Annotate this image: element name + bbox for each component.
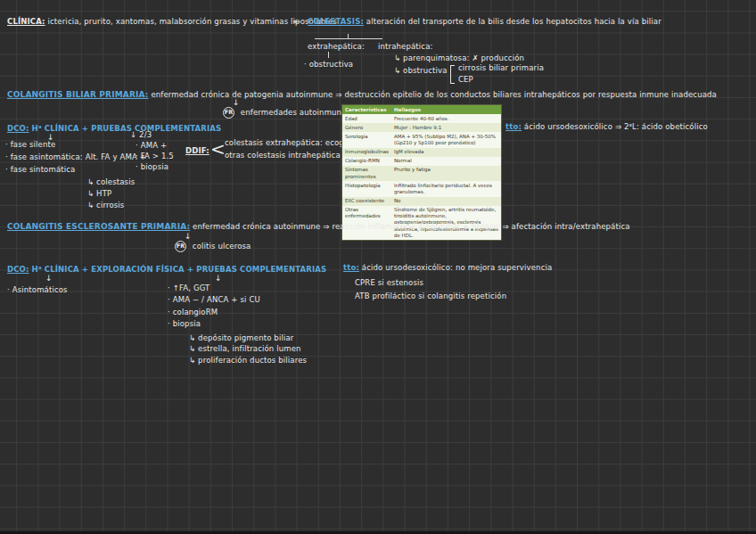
cbp-comparison-table: Características Hallazgos EdadFrecuente … bbox=[342, 105, 501, 240]
table-cell: No bbox=[391, 197, 501, 206]
intrahepatica-sub1: ↳ parenquimatosa: ✗ producción bbox=[394, 53, 524, 62]
cbp-dco-line: DCO: Hᵃ CLÍNICA + PRUEBAS COMPLEMENTARIA… bbox=[7, 124, 221, 133]
cbp-ddif-1: colestasis extrahepática: ecografía bbox=[225, 138, 362, 147]
cbp-dco-text: Hᵃ CLÍNICA + PRUEBAS COMPLEMENTARIAS bbox=[31, 124, 221, 133]
cep-prueba-4: · biopsia bbox=[168, 319, 201, 328]
cbp-fr-line: FR enfermedades autoinmunes bbox=[223, 107, 350, 119]
table-header-hallazgos: Hallazgos bbox=[391, 105, 501, 114]
cbp-tto-line: tto: ácido ursodesoxicólico ⇒ 2ᵃL: ácido… bbox=[505, 122, 708, 131]
table-cell: Colangio-RMN bbox=[342, 157, 391, 166]
left-arrow-icon: ← bbox=[293, 17, 300, 27]
fr-circle-icon: FR bbox=[175, 241, 186, 252]
cbp-criteria-3: · biopsia bbox=[136, 162, 168, 171]
table-row: InmunoglobulinasIgM elevada bbox=[342, 148, 501, 157]
cep-dco-line: DCO: Hᵃ CLÍNICA + EXPLORACIÓN FÍSICA + P… bbox=[7, 265, 326, 274]
table-cell: Inmunoglobulinas bbox=[342, 148, 391, 157]
intrahepatica-label: intrahepática: bbox=[378, 42, 433, 51]
colestasis-label: COLESTASIS: bbox=[308, 17, 364, 26]
cbp-criteria-header: ↓ 2/3 bbox=[130, 130, 152, 139]
cep-biopsia-sub-1: ↳ depósito pigmento biliar bbox=[189, 333, 293, 342]
table-row: GéneroMujer : Hombre 9:1 bbox=[342, 123, 501, 132]
connector-line bbox=[328, 52, 329, 58]
table-row: Síntomas prominentesPrurito y fatiga bbox=[342, 166, 501, 181]
table-cell: Mujer : Hombre 9:1 bbox=[391, 123, 501, 132]
table-cell: Serología bbox=[342, 132, 391, 147]
cep-title-line: COLANGITIS ESCLEROSANTE PRIMARIA: enferm… bbox=[7, 222, 630, 232]
intrahepatica-option2: CEP bbox=[458, 75, 473, 84]
cep-fr-text: colitis ulcerosa bbox=[193, 242, 251, 251]
cep-fr-line: FR colitis ulcerosa bbox=[175, 241, 251, 252]
cep-prueba-3: · colangioRM bbox=[168, 308, 218, 316]
table-cell: Prurito y fatiga bbox=[391, 166, 501, 181]
cep-dco-text: Hᵃ CLÍNICA + EXPLORACIÓN FÍSICA + PRUEBA… bbox=[31, 265, 326, 274]
fr-circle-icon: FR bbox=[223, 107, 234, 119]
cep-tto-label: tto: bbox=[343, 263, 359, 272]
connector-line bbox=[315, 38, 382, 39]
cep-title: COLANGITIS ESCLEROSANTE PRIMARIA: bbox=[7, 222, 190, 231]
table-cell: Síntomas prominentes bbox=[342, 166, 391, 181]
cbp-tto-text: ácido ursodesoxicólico ⇒ 2ᵃL: ácido obet… bbox=[524, 122, 708, 131]
cbp-fase-sub-3: ↳ cirrosis bbox=[87, 201, 124, 209]
cbp-criteria-2: · FA > 1.5 bbox=[136, 152, 174, 160]
extrahepatica-sub: · obstructiva bbox=[304, 60, 353, 69]
table-row: EdadFrecuente 40-60 años. bbox=[342, 114, 501, 123]
clinica-label: CLÍNICA: bbox=[7, 17, 45, 26]
cbp-ddif-2: otras colestasis intrahepática bbox=[225, 151, 341, 160]
table-row: SerologíaAMA + 95% (Subtipo M2), ANA + 3… bbox=[342, 132, 501, 147]
bracket-shape bbox=[450, 65, 455, 84]
clinica-line: CLÍNICA: ictericia, prurito, xantomas, m… bbox=[7, 17, 337, 26]
connector-line bbox=[348, 34, 349, 39]
cbp-fase-sub-2: ↳ HTP bbox=[87, 189, 111, 198]
cbp-fase-1: · fase silente bbox=[5, 140, 55, 149]
colestasis-text: alteración del transporte de la bilis de… bbox=[366, 17, 662, 26]
cep-definition: enfermedad crónica autoinmune ⇒ reacción… bbox=[193, 222, 630, 231]
notes-canvas[interactable]: CLÍNICA: ictericia, prurito, xantomas, m… bbox=[0, 0, 756, 534]
table-cell: Histopatología bbox=[342, 181, 391, 196]
intrahepatica-sub2: ↳ obstructiva bbox=[394, 66, 448, 75]
colestasis-line: COLESTASIS: alteración del transporte de… bbox=[308, 17, 662, 26]
table-cell: Edad bbox=[342, 114, 391, 123]
cbp-title: COLANGITIS BILIAR PRIMARIA: bbox=[7, 90, 149, 99]
angle-brace: < bbox=[210, 138, 226, 160]
cep-prueba-2: · AMA − / ANCA + si CU bbox=[168, 295, 260, 304]
table-cell: Normal bbox=[391, 157, 501, 166]
cep-tto-line-3: ATB profiláctico si colangitis repetició… bbox=[355, 292, 506, 300]
table-cell: Infiltrado linfocitario periductal. A ve… bbox=[391, 181, 501, 196]
table-cell: Género bbox=[342, 123, 391, 132]
cep-biopsia-sub-3: ↳ proliferación ductos biliares bbox=[189, 356, 307, 365]
cep-prueba-1: · ↑FA, GGT bbox=[168, 283, 210, 292]
table-row: HistopatologíaInfiltrado linfocitario pe… bbox=[342, 181, 501, 196]
table-cell: IgM elevada bbox=[391, 148, 501, 157]
cbp-dco-label: DCO: bbox=[7, 124, 29, 133]
cep-left-item: · Asintomáticos bbox=[7, 285, 68, 294]
cep-dco-label: DCO: bbox=[7, 265, 29, 274]
cbp-tto-label: tto: bbox=[505, 122, 522, 131]
cbp-ddif-label: DDIF: bbox=[185, 146, 210, 155]
cbp-fase-sub-1: ↳ colestasis bbox=[87, 177, 135, 186]
table-cell: EIIC coexistente bbox=[342, 197, 391, 206]
cep-tto-line-2: CPRE si estenosis bbox=[355, 278, 423, 287]
cbp-fr-text: enfermedades autoinmunes bbox=[241, 108, 350, 117]
down-arrow-icon: ↓ bbox=[45, 274, 53, 283]
cbp-title-line: COLANGITIS BILIAR PRIMARIA: enfermedad c… bbox=[7, 90, 717, 100]
cep-tto-text-1: ácido ursodesoxicólico: no mejora superv… bbox=[362, 263, 553, 272]
cbp-fase-2: · fase asintomática: Alt. FA y AMA + bbox=[5, 152, 146, 161]
extrahepatica-label: extrahepática: bbox=[308, 42, 365, 51]
intrahepatica-option1: cirrosis biliar primaria bbox=[458, 63, 544, 72]
table-header-caracteristicas: Características bbox=[342, 105, 391, 114]
cep-tto-line-1: tto: ácido ursodesoxicólico: no mejora s… bbox=[343, 263, 552, 272]
cbp-criteria-1: · AMA + bbox=[136, 141, 167, 150]
table-cell: Frecuente 40-60 años. bbox=[391, 114, 501, 123]
table-cell: AMA + 95% (Subtipo M2), ANA + 30-50% (Gp… bbox=[391, 132, 501, 147]
cbp-fase-3: · fase sintomática bbox=[5, 165, 75, 174]
table-row: Colangio-RMNNormal bbox=[342, 157, 501, 166]
table-row: EIIC coexistenteNo bbox=[342, 197, 501, 206]
cep-biopsia-sub-2: ↳ estrella, infiltración lumen bbox=[189, 344, 301, 353]
down-arrow-icon: ↓ bbox=[215, 274, 222, 283]
table-header-row: Características Hallazgos bbox=[342, 105, 501, 114]
